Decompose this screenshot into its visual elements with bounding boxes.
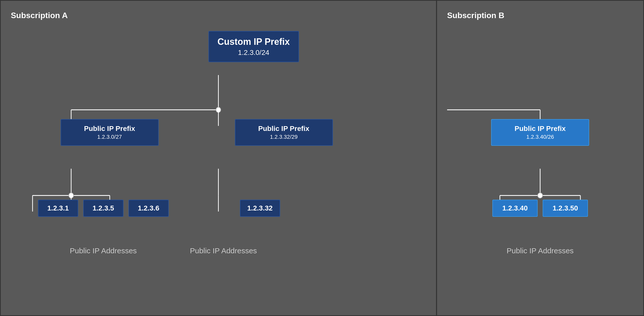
subscription-b-label: Subscription B (447, 11, 633, 20)
ip-box-right-2: 1.2.3.50 (543, 200, 588, 217)
ip-box-center: 1.2.3.32 (240, 200, 280, 217)
left-prefix-box: Public IP Prefix 1.2.3.0/27 (61, 119, 159, 146)
ip-box-right-1: 1.2.3.40 (492, 200, 538, 217)
left-prefix-subtitle: 1.2.3.0/27 (69, 134, 151, 140)
center-prefix-subtitle: 1.2.3.32/29 (243, 134, 325, 140)
custom-prefix-title: Custom IP Prefix (217, 37, 291, 47)
svg-point-7 (69, 193, 73, 198)
right-ip-label: Public IP Addresses (487, 247, 593, 255)
svg-point-2 (216, 107, 221, 113)
custom-ip-prefix-box: Custom IP Prefix 1.2.3.0/24 (208, 31, 299, 62)
subscription-a-panel: Subscription A (1, 1, 437, 315)
right-prefix-subtitle: 1.2.3.40/26 (499, 134, 581, 140)
subscription-a-label: Subscription A (11, 11, 426, 20)
center-prefix-title: Public IP Prefix (243, 125, 325, 133)
center-ip-box: 1.2.3.32 (240, 200, 280, 217)
right-prefix-title: Public IP Prefix (499, 125, 581, 133)
subscription-b-panel: Subscription B Public IP Prefix 1.2.3.40 (437, 1, 643, 315)
sub-b-connectors (447, 11, 633, 305)
left-ip-boxes: 1.2.3.1 1.2.3.5 1.2.3.6 (38, 200, 169, 217)
center-prefix-box: Public IP Prefix 1.2.3.32/29 (235, 119, 333, 146)
main-container: Subscription A (0, 0, 644, 316)
svg-point-17 (538, 193, 543, 198)
left-prefix-title: Public IP Prefix (69, 125, 151, 133)
ip-box-3: 1.2.3.6 (128, 200, 169, 217)
ip-box-1: 1.2.3.1 (38, 200, 78, 217)
custom-prefix-subtitle: 1.2.3.0/24 (217, 49, 291, 57)
right-ip-boxes: 1.2.3.40 1.2.3.50 (492, 200, 588, 217)
right-prefix-box: Public IP Prefix 1.2.3.40/26 (491, 119, 589, 146)
left-ip-label: Public IP Addresses (38, 247, 169, 255)
ip-box-2: 1.2.3.5 (83, 200, 123, 217)
center-ip-label: Public IP Addresses (171, 247, 276, 255)
